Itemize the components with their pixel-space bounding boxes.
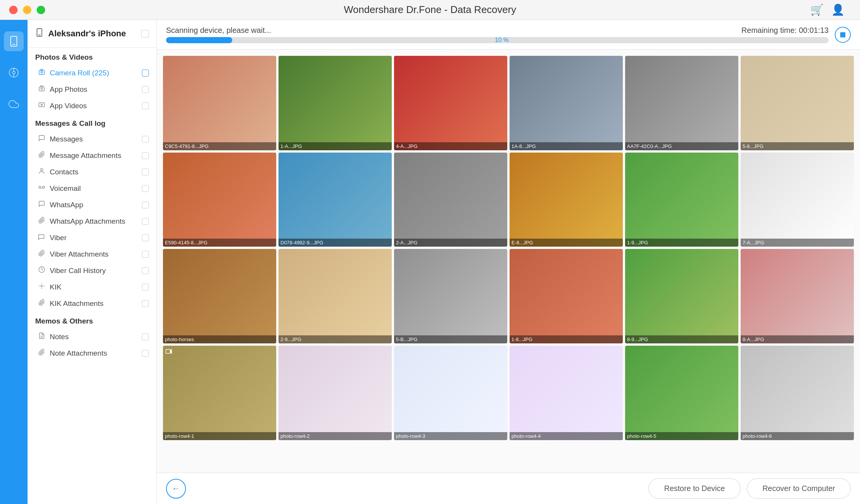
nav-viber-call-history[interactable]: Viber Call History	[28, 262, 156, 279]
whatsapp-label: WhatsApp	[50, 201, 137, 209]
nav-whatsapp[interactable]: WhatsApp	[28, 197, 156, 213]
sidebar-icon-cloud[interactable]	[4, 94, 24, 114]
photo-cell-6[interactable]: E590-4145-8...JPG	[163, 153, 276, 247]
notes-checkbox[interactable]	[142, 333, 149, 340]
nav-kik[interactable]: KIK	[28, 279, 156, 295]
minimize-button[interactable]	[23, 6, 31, 14]
photo-cell-7[interactable]: D078-4992-9...JPG	[279, 153, 392, 247]
voicemail-icon	[38, 184, 45, 193]
nav-contacts[interactable]: Contacts	[28, 164, 156, 180]
kik-checkbox[interactable]	[142, 284, 149, 291]
app-videos-checkbox[interactable]	[142, 102, 149, 109]
nav-app-videos[interactable]: App Videos	[28, 98, 156, 114]
scan-status-text: Scanning device, please wait...	[166, 26, 271, 35]
photo-label-14: 5-B...JPG	[394, 335, 507, 343]
photo-cell-2[interactable]: 4-A...JPG	[394, 56, 507, 150]
photo-cell-17[interactable]: 8-A...JPG	[741, 249, 854, 343]
action-buttons: Restore to Device Recover to Computer	[648, 478, 851, 499]
nav-notes[interactable]: Notes	[28, 328, 156, 345]
photo-label-6: E590-4145-8...JPG	[163, 239, 276, 247]
photo-cell-8[interactable]: 2-A...JPG	[394, 153, 507, 247]
photo-label-13: 2-9...JPG	[279, 335, 392, 343]
nav-note-attachments[interactable]: Note Attachments	[28, 345, 156, 361]
photo-grid: C9C5-4791-8...JPG1-A...JPG4-A...JPG1A-8.…	[157, 50, 860, 473]
svg-rect-10	[39, 87, 44, 91]
whatsapp-attach-checkbox[interactable]	[142, 218, 149, 225]
sidebar-icon-music[interactable]	[4, 63, 24, 83]
stop-scan-button[interactable]	[835, 27, 851, 43]
photo-cell-12[interactable]: photo-horses	[163, 249, 276, 343]
photo-cell-9[interactable]: E-8...JPG	[510, 153, 623, 247]
nav-viber[interactable]: Viber	[28, 229, 156, 246]
svg-rect-8	[39, 70, 44, 75]
app-videos-icon	[38, 101, 45, 110]
photo-cell-0[interactable]: C9C5-4791-8...JPG	[163, 56, 276, 150]
main-layout: Aleksandr's iPhone Photos & Videos Camer…	[0, 20, 860, 504]
viber-checkbox[interactable]	[142, 234, 149, 241]
photo-cell-16[interactable]: 8-9...JPG	[625, 249, 738, 343]
nav-message-attachments[interactable]: Message Attachments	[28, 147, 156, 164]
photo-label-5: 5-8...JPG	[741, 142, 854, 150]
recover-to-computer-button[interactable]: Recover to Computer	[747, 478, 851, 499]
kik-attach-checkbox[interactable]	[142, 300, 149, 307]
photo-cell-5[interactable]: 5-8...JPG	[741, 56, 854, 150]
photo-cell-20[interactable]: photo-row4-3	[394, 346, 507, 440]
photo-cell-1[interactable]: 1-A...JPG	[279, 56, 392, 150]
nav-viber-attachments[interactable]: Viber Attachments	[28, 246, 156, 262]
maximize-button[interactable]	[37, 6, 45, 14]
close-button[interactable]	[9, 6, 18, 14]
device-phone-icon	[35, 28, 44, 39]
cart-icon[interactable]: 🛒	[810, 3, 824, 16]
nav-voicemail[interactable]: Voicemail	[28, 180, 156, 197]
photo-label-23: photo-row4-6	[741, 432, 854, 440]
photo-cell-15[interactable]: 1-8...JPG	[510, 249, 623, 343]
messages-checkbox[interactable]	[142, 136, 149, 143]
viber-call-checkbox[interactable]	[142, 267, 149, 274]
camera-roll-checkbox[interactable]	[142, 70, 149, 76]
photo-cell-22[interactable]: photo-row4-5	[625, 346, 738, 440]
viber-attach-label: Viber Attachments	[50, 250, 137, 259]
device-checkbox[interactable]	[141, 30, 149, 37]
scan-row: Scanning device, please wait... Remainin…	[166, 26, 851, 43]
voicemail-checkbox[interactable]	[142, 185, 149, 192]
nav-whatsapp-attachments[interactable]: WhatsApp Attachments	[28, 213, 156, 229]
photo-cell-10[interactable]: 1-9...JPG	[625, 153, 738, 247]
photo-cell-11[interactable]: 7-A...JPG	[741, 153, 854, 247]
sidebar-icon-phone[interactable]	[4, 31, 24, 51]
nav-app-photos[interactable]: App Photos	[28, 81, 156, 98]
nav-camera-roll[interactable]: Camera Roll (225)	[28, 65, 156, 81]
photo-label-17: 8-A...JPG	[741, 335, 854, 343]
photo-cell-21[interactable]: photo-row4-4	[510, 346, 623, 440]
photo-label-3: 1A-8...JPG	[510, 142, 623, 150]
progress-percent: 10 %	[495, 37, 509, 44]
photo-cell-14[interactable]: 5-B...JPG	[394, 249, 507, 343]
app-title: Wondershare Dr.Fone - Data Recovery	[344, 4, 516, 16]
bottom-bar: ← Restore to Device Recover to Computer	[157, 473, 860, 504]
whatsapp-attach-icon	[38, 217, 45, 226]
photo-cell-19[interactable]: photo-row4-2	[279, 346, 392, 440]
photo-label-2: 4-A...JPG	[394, 142, 507, 150]
app-photos-checkbox[interactable]	[142, 86, 149, 93]
photo-cell-4[interactable]: AA7F-42C0-A...JPG	[625, 56, 738, 150]
restore-to-device-button[interactable]: Restore to Device	[648, 478, 741, 499]
msg-attach-checkbox[interactable]	[142, 152, 149, 159]
section-photos-videos: Photos & Videos	[28, 48, 156, 65]
photo-label-15: 1-8...JPG	[510, 335, 623, 343]
photo-cell-13[interactable]: 2-9...JPG	[279, 249, 392, 343]
nav-kik-attachments[interactable]: KIK Attachments	[28, 295, 156, 312]
viber-attach-checkbox[interactable]	[142, 251, 149, 258]
app-videos-label: App Videos	[50, 102, 137, 110]
left-panel: Aleksandr's iPhone Photos & Videos Camer…	[28, 20, 157, 504]
progress-wrapper: Scanning device, please wait... Remainin…	[166, 26, 829, 43]
user-icon[interactable]: 👤	[831, 3, 845, 16]
photo-cell-3[interactable]: 1A-8...JPG	[510, 56, 623, 150]
nav-messages[interactable]: Messages	[28, 131, 156, 147]
whatsapp-checkbox[interactable]	[142, 202, 149, 208]
photo-label-1: 1-A...JPG	[279, 142, 392, 150]
back-button[interactable]: ←	[166, 479, 186, 499]
photo-cell-18[interactable]: photo-row4-1	[163, 346, 276, 440]
contacts-checkbox[interactable]	[142, 169, 149, 176]
voicemail-label: Voicemail	[50, 184, 137, 193]
photo-cell-23[interactable]: photo-row4-6	[741, 346, 854, 440]
note-attach-checkbox[interactable]	[142, 350, 149, 357]
